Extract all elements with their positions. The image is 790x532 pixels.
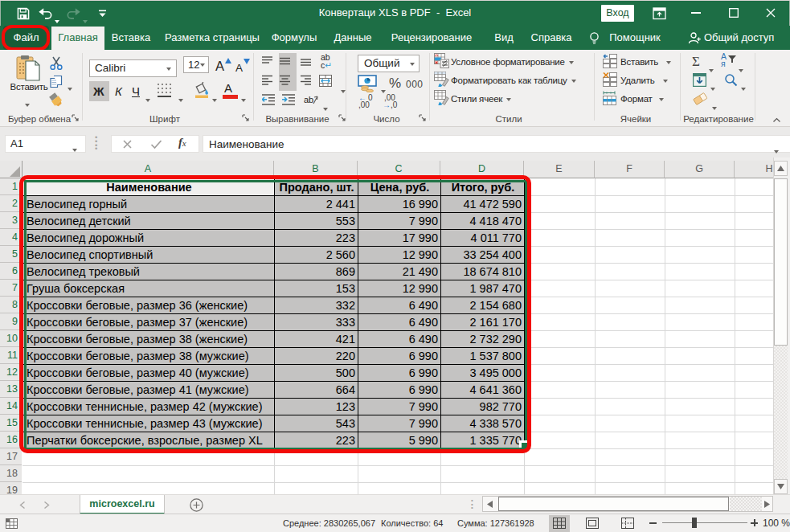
svg-text:ab: ab — [304, 95, 313, 104]
